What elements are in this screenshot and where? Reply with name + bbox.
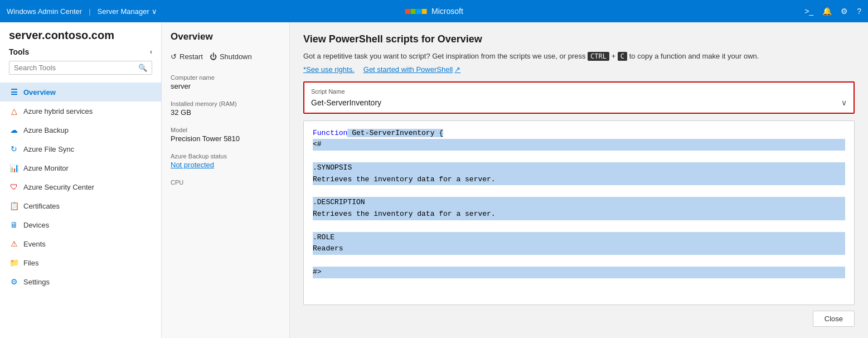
- backup-status-link[interactable]: Not protected: [171, 161, 214, 169]
- powershell-links: *See use rights. Get started with PowerS…: [303, 65, 855, 74]
- backup-status-label: Azure Backup status: [171, 153, 280, 160]
- ms-logo-blue: [416, 9, 421, 14]
- code-highlighted-text: #>: [313, 267, 845, 278]
- cpu-label: CPU: [171, 179, 280, 186]
- close-button[interactable]: Close: [813, 311, 855, 327]
- azure-hybrid-label: Azure hybrid services: [23, 107, 93, 115]
- code-line: [313, 255, 845, 267]
- shutdown-label: Shutdown: [220, 52, 252, 61]
- shutdown-icon: ⏻: [210, 52, 217, 61]
- files-label: Files: [23, 259, 38, 267]
- code-line: [313, 185, 845, 197]
- sidebar-item-azure-monitor[interactable]: 📊Azure Monitor: [0, 158, 161, 177]
- code-block[interactable]: Function Get-ServerInventory {<# .SYNOPS…: [303, 120, 855, 306]
- backup-status-group: Azure Backup status Not protected: [171, 153, 280, 169]
- right-panel: View PowerShell scripts for Overview Got…: [290, 22, 868, 338]
- model-value: Precision Tower 5810: [171, 134, 280, 143]
- script-name-select[interactable]: Get-ServerInventory ∨: [311, 98, 847, 107]
- sidebar-item-azure-hybrid[interactable]: △Azure hybrid services: [0, 102, 161, 120]
- topbar-left: Windows Admin Center | Server Manager ∨: [7, 7, 157, 16]
- topbar-right: >_ 🔔 ⚙ ?: [804, 7, 861, 16]
- sidebar-nav-wrapper: ☰Overview△Azure hybrid services☁Azure Ba…: [0, 83, 161, 338]
- code-line: [313, 151, 845, 162]
- code-line: .SYNOPSIS: [313, 162, 845, 174]
- code-highlighted-text: Retrieves the inventory data for a serve…: [313, 174, 845, 186]
- script-name-label: Script Name: [311, 88, 847, 95]
- code-line: Retrieves the inventory data for a serve…: [313, 209, 845, 220]
- ctrl-key: CTRL: [588, 52, 609, 61]
- overview-icon: ☰: [9, 87, 19, 97]
- computer-name-label: Computer name: [171, 74, 280, 81]
- server-manager-button[interactable]: Server Manager ∨: [98, 7, 157, 16]
- server-name: server.contoso.com: [9, 29, 152, 42]
- code-highlighted-text: Retrieves the inventory data for a serve…: [313, 209, 845, 220]
- description-text2: to copy a function and make it your own.: [629, 52, 759, 60]
- restart-button[interactable]: ↺ Restart: [171, 50, 203, 63]
- code-text: Get-ServerInventory {: [347, 129, 443, 137]
- plus-separator: +: [612, 52, 618, 60]
- microsoft-label: Microsoft: [431, 7, 463, 16]
- code-line: Retrieves the inventory data for a serve…: [313, 174, 845, 186]
- sidebar-item-events[interactable]: ⚠Events: [0, 234, 161, 253]
- sidebar-item-azure-security[interactable]: 🛡Azure Security Center: [0, 177, 161, 196]
- topbar-divider: |: [89, 7, 90, 16]
- app-name: Windows Admin Center: [7, 7, 82, 16]
- topbar: Windows Admin Center | Server Manager ∨ …: [0, 0, 868, 22]
- settings-icon: ⚙: [9, 277, 19, 287]
- sidebar-item-azure-file-sync[interactable]: ↻Azure File Sync: [0, 139, 161, 158]
- azure-monitor-label: Azure Monitor: [23, 164, 69, 172]
- model-group: Model Precision Tower 5810: [171, 127, 280, 143]
- sidebar-header: server.contoso.com Tools ‹ 🔍: [0, 22, 161, 83]
- sidebar-item-azure-backup[interactable]: ☁Azure Backup: [0, 120, 161, 139]
- memory-value: 32 GB: [171, 108, 280, 117]
- script-name-value: Get-ServerInventory: [311, 98, 381, 107]
- tools-collapse-icon[interactable]: ‹: [150, 48, 152, 56]
- events-label: Events: [23, 240, 46, 248]
- sidebar: server.contoso.com Tools ‹ 🔍 ☰Overview△A…: [0, 22, 162, 338]
- see-rights-link[interactable]: *See use rights.: [303, 65, 355, 74]
- microsoft-logo: [405, 9, 426, 14]
- settings-icon[interactable]: ⚙: [841, 7, 848, 16]
- overview-label: Overview: [23, 88, 56, 96]
- powershell-docs-link[interactable]: Get started with PowerShell ↗: [363, 65, 460, 74]
- events-icon: ⚠: [9, 239, 19, 249]
- sidebar-item-devices[interactable]: 🖥Devices: [0, 215, 161, 234]
- azure-file-sync-icon: ↻: [9, 144, 19, 154]
- computer-name-value: server: [171, 82, 280, 90]
- powershell-title: View PowerShell scripts for Overview: [303, 33, 855, 45]
- server-manager-chevron: ∨: [152, 7, 157, 16]
- sidebar-item-files[interactable]: 📁Files: [0, 253, 161, 272]
- memory-label: Installed memory (RAM): [171, 100, 280, 107]
- shutdown-button[interactable]: ⏻ Shutdown: [210, 50, 252, 63]
- restart-icon: ↺: [171, 52, 177, 61]
- files-icon: 📁: [9, 258, 19, 268]
- sidebar-item-overview[interactable]: ☰Overview: [0, 83, 161, 102]
- code-line: <#: [313, 139, 845, 151]
- code-highlighted-text: .DESCRIPTION: [313, 197, 845, 209]
- search-icon: 🔍: [138, 64, 147, 72]
- description-text1: Got a repetitive task you want to script…: [303, 52, 588, 60]
- ms-logo-yellow: [421, 9, 426, 14]
- azure-hybrid-icon: △: [9, 106, 19, 116]
- code-highlighted-text: Readers: [313, 243, 845, 255]
- powershell-description: Got a repetitive task you want to script…: [303, 51, 855, 62]
- computer-name-group: Computer name server: [171, 74, 280, 90]
- azure-security-icon: 🛡: [9, 182, 19, 192]
- code-line: Function Get-ServerInventory {: [313, 128, 845, 139]
- external-link-icon: ↗: [454, 65, 460, 74]
- restart-label: Restart: [180, 52, 203, 61]
- help-icon[interactable]: ?: [857, 7, 861, 16]
- search-input[interactable]: [14, 64, 138, 72]
- cpu-group: CPU: [171, 179, 280, 186]
- sidebar-item-settings[interactable]: ⚙Settings: [0, 272, 161, 291]
- notification-icon[interactable]: 🔔: [822, 7, 832, 16]
- ms-logo-green: [410, 9, 415, 14]
- panel-title: Overview: [171, 31, 280, 42]
- code-line: #>: [313, 267, 845, 278]
- tools-label: Tools ‹: [9, 47, 152, 56]
- terminal-icon[interactable]: >_: [804, 7, 813, 16]
- sidebar-item-certificates[interactable]: 📋Certificates: [0, 196, 161, 215]
- ms-logo-red: [405, 9, 410, 14]
- code-highlighted-text: <#: [313, 139, 845, 151]
- script-name-box: Script Name Get-ServerInventory ∨: [303, 81, 855, 114]
